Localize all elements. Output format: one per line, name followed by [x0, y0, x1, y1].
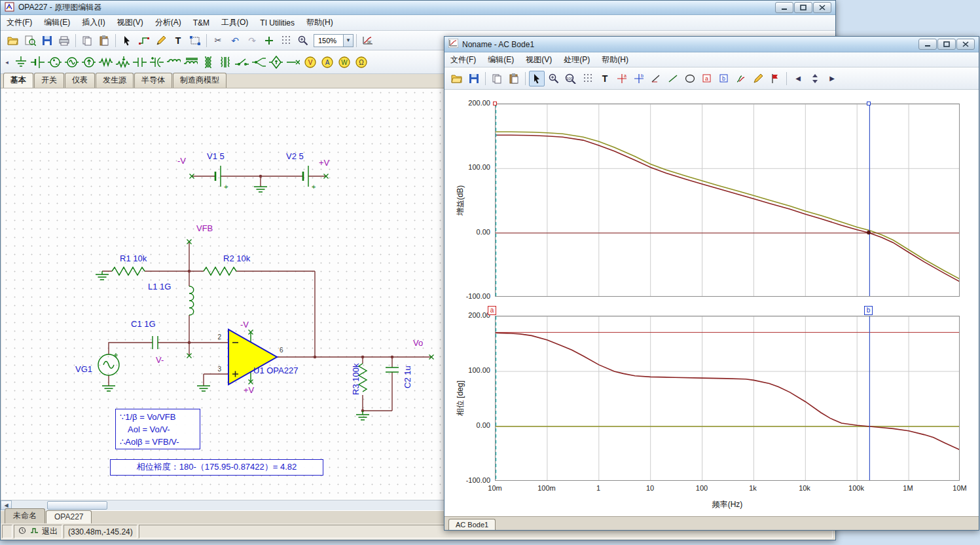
- component-tab[interactable]: 制造商模型: [173, 73, 227, 88]
- menu-item[interactable]: T&M: [187, 16, 215, 29]
- net-label-pos-v[interactable]: +V: [319, 158, 330, 168]
- component-tab[interactable]: 发生源: [96, 73, 134, 88]
- bode-cursor-b-tool[interactable]: b: [631, 71, 647, 86]
- select-pointer-button[interactable]: [119, 33, 135, 48]
- palette-scroll-left-button[interactable]: ◂: [3, 54, 11, 70]
- probe-mode-icon[interactable]: [18, 527, 27, 536]
- grid-toggle-button[interactable]: [278, 33, 294, 48]
- component-potentiometer[interactable]: [115, 54, 130, 70]
- bode-line-tool[interactable]: [665, 71, 681, 86]
- bode-close-button[interactable]: [956, 39, 975, 50]
- component-switch[interactable]: [234, 54, 249, 70]
- bode-next-page-button[interactable]: ▶: [824, 71, 840, 86]
- cut-button[interactable]: ✂: [210, 33, 226, 48]
- exit-button[interactable]: 退出: [42, 526, 58, 537]
- battery-v2[interactable]: [303, 166, 308, 187]
- net-label-v-minus[interactable]: V-: [156, 355, 164, 365]
- resistor-r2[interactable]: [204, 267, 236, 275]
- bode-slope-tool[interactable]: [648, 71, 664, 86]
- bode-paste-button[interactable]: [506, 71, 522, 86]
- component-inductor[interactable]: [166, 54, 181, 70]
- main-titlebar[interactable]: OPA227 - 原理图编辑器: [1, 1, 835, 15]
- shape-tool-button[interactable]: [187, 33, 203, 48]
- bode-save-button[interactable]: [466, 71, 482, 86]
- minimize-button[interactable]: [775, 2, 793, 13]
- capacitor-c2[interactable]: [386, 367, 399, 372]
- component-spdt-switch[interactable]: [251, 54, 266, 70]
- scrollbar-thumb[interactable]: [47, 501, 107, 510]
- component-capacitor[interactable]: [132, 54, 147, 70]
- label-l1[interactable]: L1 1G: [148, 282, 171, 291]
- net-label-neg-v[interactable]: -V: [177, 156, 186, 166]
- last-instrument-button[interactable]: IK: [360, 33, 376, 48]
- component-resistor[interactable]: [98, 54, 113, 70]
- resistor-r1[interactable]: [112, 267, 145, 275]
- wires[interactable]: [102, 176, 431, 411]
- document-tab[interactable]: 未命名: [5, 508, 45, 523]
- component-voltage-generator[interactable]: [64, 54, 79, 70]
- bode-marker-a-button[interactable]: a: [699, 71, 715, 86]
- bode-ellipse-tool[interactable]: [682, 71, 698, 86]
- bode-marker-b-button[interactable]: b: [716, 71, 732, 86]
- menu-item[interactable]: 帮助(H): [300, 15, 339, 30]
- gain-plot[interactable]: [495, 103, 960, 297]
- label-opamp-pos-v[interactable]: +V: [244, 385, 255, 395]
- print-preview-button[interactable]: [22, 33, 38, 48]
- battery-v1[interactable]: [215, 166, 221, 187]
- bode-copy-button[interactable]: [489, 71, 505, 86]
- component-jumper-terminal[interactable]: [285, 54, 300, 70]
- menu-item[interactable]: 插入(I): [76, 15, 111, 30]
- meter-impedance[interactable]: Ω: [353, 54, 369, 70]
- meter-current-pin[interactable]: A: [319, 54, 335, 70]
- component-polarized-capacitor[interactable]: [149, 54, 164, 70]
- bode-open-button[interactable]: [449, 71, 465, 86]
- bode-titlebar[interactable]: Noname - AC Bode1: [445, 37, 979, 52]
- document-tab[interactable]: OPA227: [46, 510, 92, 523]
- add-component-button[interactable]: [261, 33, 277, 48]
- formula-annotation[interactable]: ∵1/β = Vo/VFB Aol = Vo/V- ∴Aolβ = VFB/V-: [115, 409, 200, 449]
- ground-vg1[interactable]: [102, 386, 115, 391]
- close-button[interactable]: [813, 2, 831, 13]
- component-tab[interactable]: 仪表: [65, 73, 95, 88]
- bode-flag-button[interactable]: [767, 71, 783, 86]
- pen-tool-button[interactable]: [153, 33, 169, 48]
- bode-maximize-button[interactable]: [937, 39, 956, 50]
- label-r1[interactable]: R1 10k: [120, 254, 147, 263]
- bode-zoom-100-button[interactable]: 100: [563, 71, 579, 86]
- bode-autoscale-button[interactable]: [733, 71, 749, 86]
- bode-grid-button[interactable]: [580, 71, 596, 86]
- bode-minimize-button[interactable]: [918, 39, 937, 50]
- redo-button[interactable]: ↷: [244, 33, 260, 48]
- bode-page-spinner[interactable]: [807, 71, 823, 86]
- text-tool-button[interactable]: T: [170, 33, 186, 48]
- ground-center[interactable]: [254, 187, 267, 192]
- inductor-l1[interactable]: [189, 286, 194, 315]
- label-r3[interactable]: R3 100k: [351, 363, 361, 395]
- save-button[interactable]: [39, 33, 55, 48]
- label-u1[interactable]: U1 OPA227: [253, 366, 298, 375]
- component-coupled-inductors[interactable]: [217, 54, 232, 70]
- maximize-button[interactable]: [794, 2, 812, 13]
- open-file-button[interactable]: [5, 33, 21, 48]
- label-v2[interactable]: V2 5: [286, 151, 304, 161]
- export-button[interactable]: [56, 33, 72, 48]
- component-battery[interactable]: [29, 54, 45, 70]
- label-r2[interactable]: R2 10k: [223, 254, 251, 263]
- ground-r3[interactable]: [356, 411, 369, 420]
- phase-margin-annotation[interactable]: 相位裕度：180-（175.95-0.87422）= 4.82: [110, 459, 323, 476]
- copy-button[interactable]: [79, 33, 95, 48]
- label-opamp-neg-v[interactable]: -V: [240, 320, 249, 329]
- menu-item[interactable]: 处理(P): [558, 52, 596, 67]
- menu-item[interactable]: 帮助(H): [596, 52, 634, 67]
- menu-item[interactable]: 分析(A): [149, 15, 187, 30]
- wire-tool-button[interactable]: [136, 33, 152, 48]
- net-label-vfb[interactable]: VFB: [196, 223, 213, 233]
- label-v1[interactable]: V1 5: [207, 151, 225, 161]
- component-ground[interactable]: [12, 54, 28, 70]
- component-controlled-source[interactable]: [268, 54, 283, 70]
- bode-pointer-button[interactable]: [529, 71, 545, 86]
- bode-cursor-a-tool[interactable]: a: [614, 71, 630, 86]
- label-c1[interactable]: C1 1G: [131, 319, 156, 329]
- component-transformer[interactable]: [200, 54, 215, 70]
- component-current-generator[interactable]: [81, 54, 96, 70]
